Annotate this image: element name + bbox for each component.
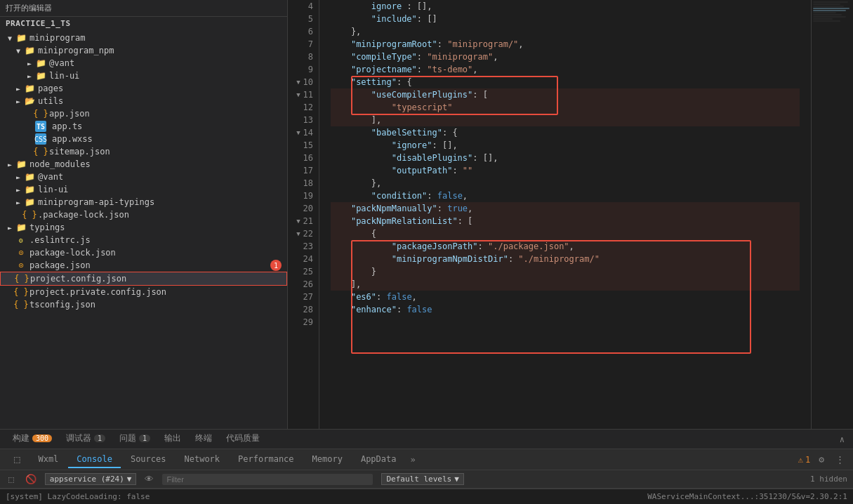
line-num-11: ▼11 (293, 88, 313, 101)
code-line-28: "enhance": false (331, 303, 800, 316)
code-line-20: "packNpmManually": true, (331, 202, 800, 215)
chevron-icon: ► (14, 185, 22, 194)
tree-item-api-typings[interactable]: ► 📁 miniprogram-api-typings (0, 196, 287, 208)
tab-build[interactable]: 构建 300 (6, 430, 59, 449)
code-line-21: "packNpmRelationList": [ (331, 215, 800, 227)
pkg-icon: ⊙ (15, 247, 27, 258)
collapse-btn[interactable]: ∧ (837, 432, 847, 447)
log-text: [system] LazyCodeLoading: false (6, 492, 150, 501)
code-line-19: "condition": false, (331, 190, 800, 202)
tree-label: app.ts (52, 121, 82, 131)
devtools-sources-label: Sources (131, 454, 166, 464)
tree-item-pages[interactable]: ► 📁 pages (0, 82, 287, 95)
tree-item-pkg-json[interactable]: ⊙ package.json 1 (0, 259, 287, 272)
code-line-7: "miniprogramRoot": "miniprogram/", (331, 38, 800, 51)
line-num-17: 17 (293, 164, 313, 177)
devtools-tab-memory[interactable]: Memory (304, 451, 351, 468)
tree-item-app-ts[interactable]: TS app.ts (0, 120, 287, 133)
level-selector[interactable]: Default levels ▼ (381, 473, 463, 485)
devtools-tab-network[interactable]: Network (176, 451, 229, 468)
devtools-tab-performance[interactable]: Performance (230, 451, 302, 468)
tree-item-app-json[interactable]: { } app.json (0, 107, 287, 120)
tree-label: project.config.json (30, 274, 126, 284)
devtools-tab-sources[interactable]: Sources (122, 451, 175, 468)
tab-build-badge: 300 (32, 435, 52, 442)
spacer (6, 248, 14, 257)
line-num-20: 20 (293, 202, 313, 215)
tree-label: pages (38, 84, 63, 93)
devtools-more-btn[interactable]: » (406, 452, 420, 467)
chevron-icon: ► (6, 223, 14, 232)
log-right: WAServiceMainContext...:351230/5&v=2.30.… (647, 492, 847, 501)
tree-item-node-modules[interactable]: ► 📁 node_modules (0, 158, 287, 171)
appservice-selector[interactable]: appservice (#24) ▼ (45, 473, 137, 485)
warn-count: 1 (805, 455, 810, 465)
tab-output[interactable]: 输出 (157, 430, 188, 449)
sidebar-header: 打开的编辑器 (0, 0, 287, 17)
panel-tabs-bar: 构建 300 调试器 1 问题 1 输出 终端 代码质量 ∧ (0, 430, 853, 449)
tab-debug[interactable]: 调试器 1 (59, 430, 112, 449)
line-num-25: 25 (293, 265, 313, 278)
line-num-18: 18 (293, 177, 313, 190)
devtools-bar: ⬚ Wxml Console Sources Network Performan… (0, 449, 853, 470)
devtools-inspect-btn[interactable]: ⬚ (6, 451, 28, 469)
folder-icon: 📂 (24, 95, 35, 107)
folder-icon: 📁 (24, 197, 35, 208)
more-btn[interactable]: ⋮ (833, 453, 847, 466)
fold-arrow[interactable]: ▼ (296, 76, 300, 88)
tree-label: app.json (49, 109, 90, 119)
tree-item-tsconfig[interactable]: { } tsconfig.json (0, 298, 287, 311)
tab-codequality[interactable]: 代码质量 (219, 430, 267, 449)
devtools-tab-wxml[interactable]: Wxml (29, 451, 67, 468)
spacer (25, 135, 34, 143)
tree-label: .eslintrc.js (29, 235, 91, 245)
tab-terminal[interactable]: 终端 (188, 430, 219, 449)
devtools-tab-appdata[interactable]: AppData (352, 451, 405, 468)
fold-arrow[interactable]: ▼ (296, 88, 300, 101)
stop-icon-btn[interactable]: 🚫 (22, 472, 39, 486)
tab-codequality-label: 代码质量 (226, 432, 260, 444)
folder-icon: 📁 (15, 159, 27, 170)
devtools-right: ⚠ 1 ⚙ ⋮ (798, 453, 847, 466)
folder-icon: 📁 (24, 184, 35, 195)
tab-problems[interactable]: 问题 1 (112, 430, 157, 449)
fold-arrow[interactable]: ▼ (296, 227, 300, 240)
tab-problems-badge: 1 (139, 435, 150, 442)
tree-label: node_modules (29, 159, 91, 169)
console-toolbar: ⬚ 🚫 appservice (#24) ▼ 👁 Default levels … (0, 470, 853, 489)
fold-arrow[interactable]: ▼ (296, 215, 300, 227)
code-line-11: "useCompilerPlugins": [ (331, 88, 800, 101)
tree-item-vant[interactable]: ► 📁 @vant (0, 57, 287, 69)
line-num-4: 4 (293, 0, 313, 13)
tree-item-node-lin-ui[interactable]: ► 📁 lin-ui (0, 183, 287, 196)
tree-item-project-private[interactable]: { } project.private.config.json (0, 286, 287, 298)
tree-item-node-vant[interactable]: ► 📁 @vant (0, 171, 287, 183)
tree-item-lin-ui[interactable]: ► 📁 lin-ui (0, 69, 287, 82)
hidden-count: 1 hidden (810, 475, 847, 484)
tree-item-eslint[interactable]: ⚙ .eslintrc.js (0, 234, 287, 246)
tree-item-pkg-lock2[interactable]: ⊙ package-lock.json (0, 246, 287, 259)
eye-btn[interactable]: 👁 (142, 472, 157, 486)
devtools-tab-console[interactable]: Console (68, 451, 121, 468)
folder-icon: 📁 (15, 222, 27, 233)
tree-item-pkg-lock[interactable]: { } .package-lock.json (0, 208, 287, 221)
tree-item-utils[interactable]: ► 📂 utils (0, 95, 287, 107)
tree-item-typings[interactable]: ► 📁 typings (0, 221, 287, 234)
tree-item-miniprogram-npm[interactable]: ▼ 📁 miniprogram_npm (0, 44, 287, 57)
filter-input[interactable] (162, 474, 373, 485)
tree-label: project.private.config.json (29, 287, 166, 297)
tree-item-miniprogram[interactable]: ▼ 📁 miniprogram (0, 32, 287, 44)
line-num-14: ▼14 (293, 126, 313, 139)
tree-item-app-wxss[interactable]: CSS app.wxss (0, 133, 287, 145)
settings-btn[interactable]: ⚙ (816, 453, 827, 466)
tree-item-project-config[interactable]: { } project.config.json (0, 272, 287, 286)
line-num-26: 26 (293, 278, 313, 291)
badge: 1 (270, 260, 282, 271)
inspect-icon-btn[interactable]: ⬚ (6, 472, 17, 486)
fold-arrow[interactable]: ▼ (296, 126, 300, 139)
tree-item-sitemap[interactable]: { } sitemap.json (0, 145, 287, 158)
tree-label: miniprogram_npm (38, 46, 114, 55)
folder-icon: 📁 (35, 70, 46, 81)
editor-content[interactable]: 4 5 6 7 8 9 ▼10 ▼11 12 13 ▼14 15 16 17 1… (288, 0, 853, 429)
spacer (6, 261, 14, 270)
